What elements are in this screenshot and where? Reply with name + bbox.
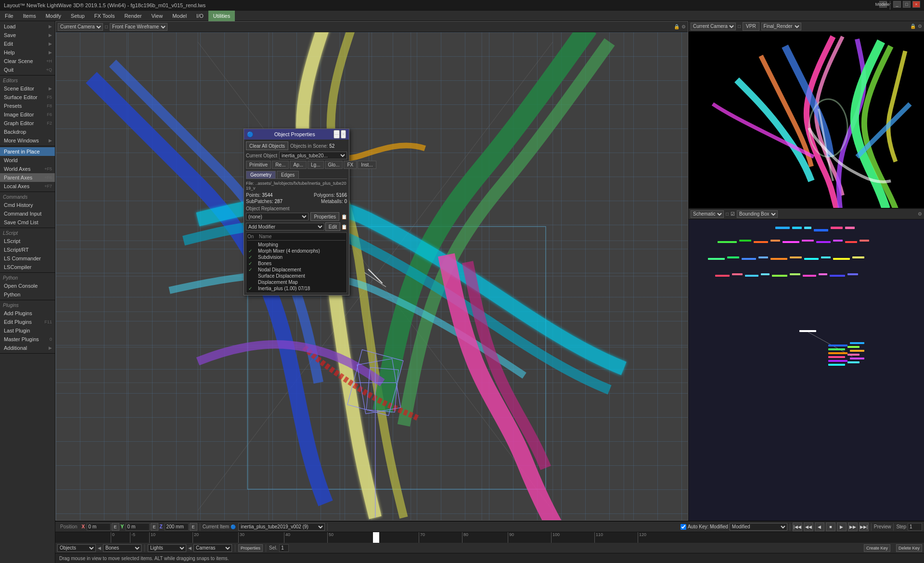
menu-utilities[interactable]: Utilities <box>208 11 235 21</box>
sidebar-item-quit[interactable]: Quit +Q <box>0 65 55 74</box>
schematic-canvas[interactable] <box>689 219 924 521</box>
sidebar-item-parent-axes[interactable]: Parent Axes +F6 <box>0 173 55 182</box>
sidebar-item-backdrop[interactable]: Backdrop <box>0 128 55 136</box>
viewport-main-canvas[interactable]: 🔵 Object Properties ─ × Clear All Object… <box>56 32 688 520</box>
sidebar-item-world[interactable]: World <box>0 156 55 165</box>
add-modifier-select[interactable]: Add Modifier <box>246 223 324 230</box>
close-button[interactable]: × <box>912 1 920 8</box>
sidebar-item-load[interactable]: Load ▶ <box>0 22 55 31</box>
dialog-close-btn[interactable]: × <box>341 130 346 139</box>
next-frame-btn[interactable]: ▶▶ <box>848 523 858 531</box>
sidebar-item-edit[interactable]: Edit ▶ <box>0 39 55 48</box>
sidebar-item-graph-editor[interactable]: Graph Editor F2 <box>0 119 55 128</box>
bounding-box-checkbox[interactable]: ☑ <box>731 211 735 217</box>
sidebar-item-scene-editor[interactable]: Scene Editor ▶ <box>0 84 55 93</box>
fast-forward-end-btn[interactable]: ▶▶| <box>859 523 869 531</box>
camera-settings-icon[interactable]: ⚙ <box>918 24 922 29</box>
sidebar-item-image-editor[interactable]: Image Editor F6 <box>0 110 55 119</box>
sidebar-item-help[interactable]: Help ▶ <box>0 48 55 57</box>
vpr-btn[interactable]: VPR <box>743 22 759 31</box>
minimize-button[interactable]: _ <box>893 1 901 8</box>
sidebar-item-save-cmd-list[interactable]: Save Cmd List <box>0 218 55 227</box>
rewind-start-btn[interactable]: |◀◀ <box>793 523 802 531</box>
menu-setup[interactable]: Setup <box>66 11 90 21</box>
sidebar-item-open-console[interactable]: Open Console <box>0 282 55 290</box>
prev-frame-btn[interactable]: ◀◀ <box>804 523 813 531</box>
create-key-btn[interactable]: Create Key <box>864 544 890 552</box>
tab-primitive[interactable]: Primitive <box>246 161 271 169</box>
sidebar-item-master-plugins[interactable]: Master Plugins 0 <box>0 335 55 344</box>
main-camera-select[interactable]: Current Camera <box>58 23 103 31</box>
play-reverse-btn[interactable]: ◀ <box>815 523 824 531</box>
modifier-morph-mixer[interactable]: ✓ Morph Mixer (4 endomorphs) <box>247 248 346 254</box>
timeline-track[interactable]: 0 -5 10 20 30 40 50 62 70 80 90 100 110 … <box>55 532 924 543</box>
schematic-settings-icon[interactable]: ⚙ <box>918 211 922 217</box>
sidebar-item-edit-plugins[interactable]: Edit Plugins F11 <box>0 318 55 326</box>
menu-render[interactable]: Render <box>119 11 146 21</box>
dialog-minimize[interactable]: ─ <box>334 130 340 139</box>
viewport-settings-icon[interactable]: ⚙ <box>681 24 686 29</box>
sidebar-item-python[interactable]: Python <box>0 290 55 299</box>
viewport-main[interactable]: Current Camera □ Front Face Wireframe 🔒 … <box>55 21 688 521</box>
modifier-inertia[interactable]: ✓ Inertia_plus (1.00) 07/18 <box>247 285 346 292</box>
sidebar-item-local-axes[interactable]: Local Axes +F7 <box>0 182 55 191</box>
current-object-select[interactable]: inertia_plus_tube20... <box>279 152 347 159</box>
sidebar-item-save[interactable]: Save ▶ <box>0 31 55 39</box>
sidebar-item-parent-in-place[interactable]: Parent in Place <box>0 147 55 156</box>
auto-key-check[interactable] <box>680 524 686 530</box>
tab-ap[interactable]: Ap... <box>290 161 307 169</box>
objects-arrow[interactable]: ◀ <box>98 546 101 550</box>
modifier-disp-map[interactable]: Displacement Map <box>247 279 346 285</box>
tab-fx[interactable]: FX <box>344 161 357 169</box>
delete-key-btn[interactable]: Delete Key <box>896 544 922 552</box>
sidebar-item-command-input[interactable]: Command Input <box>0 209 55 218</box>
auto-key-select[interactable]: Modified <box>730 523 787 531</box>
menu-view[interactable]: View <box>146 11 167 21</box>
tab-re[interactable]: Re... <box>272 161 289 169</box>
main-mode-select[interactable]: Front Face Wireframe <box>110 23 167 31</box>
modifier-surface-disp[interactable]: Surface Displacement <box>247 273 346 279</box>
tab-glo[interactable]: Glo... <box>325 161 343 169</box>
menu-modify[interactable]: Modify <box>41 11 66 21</box>
modifier-morphing[interactable]: Morphing <box>247 242 346 248</box>
clear-all-objects-btn[interactable]: Clear All Objects <box>246 141 288 150</box>
sidebar-item-lscript[interactable]: LScript <box>0 237 55 245</box>
objects-select[interactable]: Objects <box>57 544 96 552</box>
z-e-btn[interactable]: E <box>190 523 197 531</box>
properties-bottom-btn[interactable]: Properties <box>238 544 263 552</box>
modifier-nodal[interactable]: ✓ Nodal Displacement <box>247 267 346 273</box>
replacement-select[interactable]: (none) <box>246 213 308 220</box>
sidebar-item-add-plugins[interactable]: Add Plugins <box>0 309 55 318</box>
tab-edges[interactable]: Edges <box>277 171 299 179</box>
tab-geometry[interactable]: Geometry <box>246 171 276 179</box>
bounding-box-select[interactable]: Bounding Box <box>737 210 778 218</box>
lights-select[interactable]: Lights <box>148 544 186 552</box>
current-item-select[interactable]: inertia_plus_tube2019_v002 (9) <box>238 523 325 531</box>
sidebar-item-last-plugin[interactable]: Last Plugin <box>0 326 55 335</box>
sidebar-item-lscript-rt[interactable]: LScript/RT <box>0 245 55 254</box>
tab-lg[interactable]: Lg... <box>308 161 323 169</box>
sidebar-item-additional[interactable]: Additional ▶ <box>0 344 55 352</box>
props-icon[interactable]: 📋 <box>341 214 347 219</box>
lights-arrow[interactable]: ◀ <box>188 546 192 550</box>
viewport-schematic[interactable]: Schematic □ ☑ Bounding Box ⚙ <box>689 209 924 521</box>
tab-inst[interactable]: Inst... <box>358 161 376 169</box>
edit-modifier-btn[interactable]: Edit <box>325 222 340 231</box>
cameras-select[interactable]: Cameras <box>193 544 232 552</box>
maximize-button[interactable]: □ <box>903 1 911 8</box>
camera-select[interactable]: Current Camera <box>691 23 736 30</box>
y-e-btn[interactable]: E <box>151 523 158 531</box>
menu-model[interactable]: Model <box>167 11 192 21</box>
play-btn[interactable]: ▶ <box>837 523 847 531</box>
sidebar-item-ls-compiler[interactable]: LSCompiler <box>0 263 55 271</box>
menu-items[interactable]: Items <box>18 11 41 21</box>
modifier-subdivision[interactable]: ✓ Subdivision <box>247 254 346 260</box>
camera-render[interactable] <box>689 32 924 208</box>
menu-file[interactable]: File <box>0 11 18 21</box>
menu-io[interactable]: I/O <box>192 11 208 21</box>
sidebar-item-ls-commander[interactable]: LS Commander <box>0 254 55 263</box>
sidebar-item-presets[interactable]: Presets F8 <box>0 102 55 110</box>
properties-btn[interactable]: Properties <box>310 212 339 221</box>
modifier-bones[interactable]: ✓ Bones <box>247 260 346 267</box>
modifier-icon[interactable]: 📋 <box>341 224 347 230</box>
